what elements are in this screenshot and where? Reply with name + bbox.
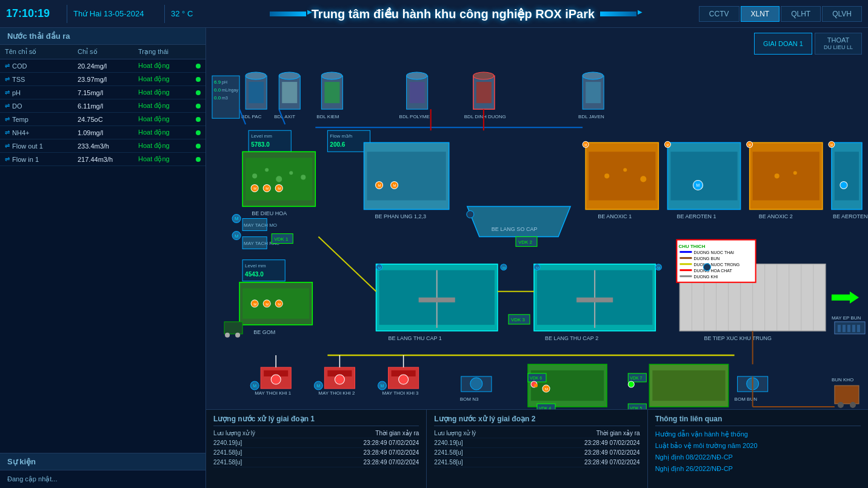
svg-rect-21 [410,82,425,103]
main-content: GIAI DOAN 1 THOAT DU LIEU LL 6.9 pH 0.0 … [206,28,868,488]
svg-text:200.6: 200.6 [330,141,345,148]
status-dot [196,117,201,122]
svg-text:5783.0: 5783.0 [251,141,270,148]
header-title-area: Trung tâm điều hành khu công nghiệp ROX … [207,7,699,21]
panel-stage1: Lượng nước xử lý giai đoạn 1 Lưu lượng x… [206,410,427,488]
nav-xlnt[interactable]: XLNT [741,6,780,22]
panel2-time: 23:28:49 07/02/2024 [584,440,640,446]
row-value: 233.4m3/h [78,142,138,150]
svg-text:MAY TACH MO: MAY TACH MO [244,222,277,228]
svg-text:MAY EP BUN: MAY EP BUN [832,315,861,321]
svg-point-14 [279,72,299,79]
nav-qlht[interactable]: QLHT [781,6,821,22]
panel2-row: 2241.58[u]23:28:49 07/02/2024 [434,448,639,458]
svg-text:Level  mm: Level mm [245,263,266,269]
svg-rect-29 [586,82,601,103]
svg-text:VDK 6: VDK 6 [530,376,542,380]
svg-text:M: M [657,266,660,270]
row-value: 6.11mg/l [78,102,138,110]
row-label: COD [5,62,78,70]
svg-rect-193 [652,370,725,401]
stage-button[interactable]: GIAI DOAN 1 [754,33,812,55]
panel-stage2: Lượng nước xử lý giai đoạn 2 Lưu lượng x… [427,410,647,488]
left-sidebar: Nước thải đầu ra Tên chỉ số Chỉ số Trạng… [0,28,206,488]
svg-text:BDL PAC: BDL PAC [241,114,262,119]
svg-point-92 [640,176,646,182]
svg-text:M: M [235,216,239,222]
row-label: DO [5,102,78,110]
row-status: Hoat động [138,115,201,123]
svg-rect-146 [838,325,841,332]
svg-point-232 [467,210,474,218]
info-link[interactable]: Hướng dẫn vận hành hệ thống [655,429,861,440]
svg-text:BDL KIEM: BDL KIEM [316,114,339,119]
panel1-value: 2241.58[u] [213,449,242,456]
exit-button[interactable]: THOAT DU LIEU LL [815,33,862,55]
svg-text:M: M [378,184,381,187]
process-diagram: 6.9 pH 0.0 mL/ngay 0.0 m3 BDL PAC BDL AX… [206,28,868,409]
svg-text:BE AEROTEN 2: BE AEROTEN 2 [833,214,868,220]
svg-point-163 [335,375,344,384]
svg-text:CHU THICH: CHU THICH [678,244,705,249]
status-dot [196,64,201,69]
row-value: 217.44m3/h [78,156,138,163]
header-title: Trung tâm điều hành khu công nghiệp ROX … [312,7,595,21]
svg-text:Level  mm: Level mm [251,133,272,139]
svg-rect-89 [589,152,655,200]
col-value: Chỉ số [78,48,138,56]
svg-text:BDL DINH DUONG: BDL DINH DUONG [464,114,506,119]
col-label: Tên chỉ số [5,48,78,56]
svg-rect-95 [670,152,737,200]
status-dot [196,144,201,149]
row-status: Hoat động [138,102,201,110]
panel1-row: 2241.58[u]23:28:49 07/02/2024 [213,458,419,467]
panel2-value: 2240.19[u] [434,440,462,446]
row-label: Flow out 1 [5,142,78,150]
row-value: 23.97mg/l [78,76,138,83]
panel2-row: 2241.58[u]23:28:49 07/02/2024 [434,458,639,467]
svg-text:VDK 5: VDK 5 [630,406,642,409]
panel1-value: 2240.19[u] [213,440,242,446]
header-divider2 [164,5,165,23]
panel1-row: 2241.58[u]23:28:49 07/02/2024 [213,448,419,458]
svg-point-152 [838,402,844,408]
table-header: Tên chỉ số Chỉ số Trạng thái [0,45,205,59]
panel1-time: 23:28:49 07/02/2024 [364,449,419,456]
svg-text:MAY THOI KHI 1: MAY THOI KHI 1 [255,390,292,396]
status-dot [196,130,201,135]
svg-text:DUONG NUOC TRONG: DUONG NUOC TRONG [693,262,739,267]
svg-marker-84 [467,206,570,236]
status-dot [196,77,201,82]
svg-text:M: M [316,384,320,388]
panel2-value: 2241.58[u] [434,459,462,466]
svg-text:M: M [235,233,239,239]
svg-point-190 [534,384,538,387]
svg-text:BE GOM: BE GOM [253,329,275,335]
svg-point-40 [252,173,257,178]
svg-text:M: M [545,387,548,391]
svg-rect-111 [419,298,455,302]
svg-point-26 [473,72,494,79]
svg-text:BUN KHO: BUN KHO [832,377,853,383]
info-link[interactable]: Luật bảo vệ môi trường năm 2020 [655,440,861,452]
svg-point-102 [793,171,797,175]
svg-text:M: M [381,384,384,388]
svg-rect-105 [835,152,859,200]
info-link[interactable]: Nghị định 08/2022/NĐ-CP [655,452,861,463]
svg-text:Flow  m3/h: Flow m3/h [330,133,352,139]
svg-text:0.0: 0.0 [214,87,221,93]
panel1-header: Lưu lượng xử lý Thời gian xảy ra [213,429,419,438]
svg-point-91 [623,168,627,172]
sidebar-table-body: COD 20.24mg/l Hoat động TSS 23.97mg/l Ho… [0,59,205,166]
info-link[interactable]: Nghị định 26/2022/NĐ-CP [655,463,861,475]
svg-text:M: M [265,187,269,190]
svg-text:MAY THOI KHI 3: MAY THOI KHI 3 [382,390,419,396]
svg-point-90 [604,173,609,178]
panel2-header: Lưu lượng xử lý Thời gian xảy ra [434,429,639,438]
svg-text:BE TIEP XUC KHU TRUNG: BE TIEP XUC KHU TRUNG [704,335,772,341]
nav-cctv[interactable]: CCTV [699,6,739,22]
svg-rect-9 [249,82,264,103]
nav-qlvh[interactable]: QLVH [822,6,862,22]
panel2-row: 2240.19[u]23:28:49 07/02/2024 [434,438,639,448]
svg-point-76 [235,333,240,338]
